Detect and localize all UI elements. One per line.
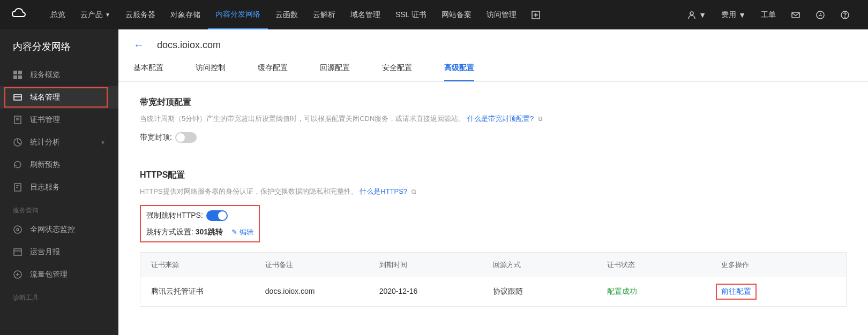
nav-beian[interactable]: 网站备案 [434, 0, 479, 29]
th-origin: 回源方式 [493, 260, 607, 270]
sidebar-item-overview[interactable]: 服务概览 [0, 64, 118, 86]
bandwidth-desc: 当统计周期（5分钟）产生的带宽超出所设置阈值时，可以根据配置关闭CDN服务，或请… [140, 113, 847, 125]
https-title: HTTPS配置 [140, 170, 847, 181]
nav-scf[interactable]: 云函数 [268, 0, 305, 29]
https-desc: HTTPS提供对网络服务器的身份认证，保护交换数据的隐私和完整性。 什么是HTT… [140, 186, 847, 197]
table-header: 证书来源 证书备注 到期时间 回源方式 证书状态 更多操作 [140, 253, 846, 277]
td-origin: 协议跟随 [493, 287, 607, 296]
bandwidth-title: 带宽封顶配置 [140, 97, 847, 108]
nav-cvm[interactable]: 云服务器 [118, 0, 163, 29]
sidebar-item-log[interactable]: 日志服务 [0, 176, 118, 199]
ticket-link[interactable]: 工单 [753, 10, 783, 20]
th-source: 证书来源 [151, 260, 265, 270]
sidebar-item-cert[interactable]: 证书管理 [0, 109, 118, 131]
nav-products[interactable]: 云产品▼ [73, 0, 118, 29]
content-area: ← docs.ioiox.com 基本配置 访问控制 缓存配置 回源配置 安全配… [118, 29, 868, 335]
bandwidth-toggle[interactable] [175, 132, 197, 143]
td-note: docs.ioiox.com [265, 287, 379, 296]
report-icon [13, 247, 23, 257]
force-https-toggle[interactable] [206, 210, 228, 221]
sidebar-item-refresh[interactable]: 刷新预热 [0, 154, 118, 176]
tab-advanced[interactable]: 高级配置 [444, 63, 474, 81]
sidebar-item-label: 日志服务 [30, 182, 60, 192]
cert-icon [13, 115, 23, 125]
tab-origin[interactable]: 回源配置 [320, 63, 350, 81]
goto-config-link[interactable]: 前往配置 [721, 287, 751, 295]
domain-icon [13, 93, 23, 102]
nav-cam[interactable]: 访问管理 [479, 0, 524, 29]
sidebar-item-label: 运营月报 [30, 247, 60, 257]
sidebar-item-label: 服务概览 [30, 70, 60, 80]
monitor-icon [13, 225, 23, 234]
chevron-down-icon: ▼ [699, 11, 706, 19]
sidebar-item-traffic[interactable]: 流量包管理 [0, 263, 118, 286]
sidebar-item-monitor[interactable]: 全网状态监控 [0, 218, 118, 241]
svg-rect-8 [13, 71, 17, 74]
sidebar-item-label: 全网状态监控 [30, 225, 75, 234]
notification-icon[interactable] [808, 10, 833, 20]
nav-overview[interactable]: 总览 [43, 0, 73, 29]
fees-menu[interactable]: 费用▼ [714, 10, 753, 20]
redirect-row: 跳转方式设置: 301跳转 ✎ 编辑 [146, 227, 253, 237]
sidebar-section-query: 服务查询 [0, 199, 118, 218]
chevron-down-icon: ▼ [100, 140, 106, 146]
external-link-icon: ⧉ [538, 114, 543, 124]
page-header: ← docs.ioiox.com [118, 29, 868, 51]
chevron-down-icon: ▼ [105, 12, 110, 18]
sidebar-item-label: 流量包管理 [30, 270, 68, 279]
external-link-icon: ⧉ [411, 187, 416, 197]
sidebar-item-domain[interactable]: 域名管理 [0, 86, 118, 109]
svg-point-21 [14, 226, 21, 233]
svg-point-3 [690, 12, 693, 15]
sidebar-item-report[interactable]: 运营月报 [0, 241, 118, 263]
sidebar-item-label: 统计分析 [30, 138, 60, 147]
nav-domain[interactable]: 域名管理 [343, 0, 388, 29]
svg-rect-12 [14, 95, 21, 100]
message-icon[interactable] [783, 10, 808, 20]
pencil-icon: ✎ [231, 228, 237, 236]
th-action: 更多操作 [721, 260, 835, 270]
bandwidth-section: 带宽封顶配置 当统计周期（5分钟）产生的带宽超出所设置阈值时，可以根据配置关闭C… [118, 82, 868, 155]
svg-rect-4 [792, 12, 799, 18]
sidebar: 内容分发网络 服务概览 域名管理 证书管理 统计分析 ▼ 刷新预热 日志服务 服… [0, 29, 118, 335]
bandwidth-toggle-row: 带宽封顶: [140, 132, 847, 143]
nav-dns[interactable]: 云解析 [305, 0, 343, 29]
tab-basic[interactable]: 基本配置 [133, 63, 163, 81]
svg-rect-23 [14, 249, 21, 255]
tab-cache[interactable]: 缓存配置 [258, 63, 288, 81]
bandwidth-help-link[interactable]: 什么是带宽封顶配置? [467, 115, 534, 123]
account-menu[interactable]: ▼ [679, 10, 714, 20]
svg-point-7 [845, 17, 845, 17]
stats-icon [13, 138, 23, 147]
force-https-row: 强制跳转HTTPS: [146, 210, 253, 221]
nav-ssl[interactable]: SSL 证书 [388, 0, 434, 29]
https-help-link[interactable]: 什么是HTTPS? [360, 187, 407, 195]
redirect-label: 跳转方式设置: 301跳转 [146, 227, 223, 237]
chevron-down-icon: ▼ [738, 11, 746, 19]
https-section: HTTPS配置 HTTPS提供对网络服务器的身份认证，保护交换数据的隐私和完整性… [118, 155, 868, 248]
edit-redirect-link[interactable]: ✎ 编辑 [231, 227, 253, 237]
sidebar-item-label: 证书管理 [30, 115, 60, 125]
add-shortcut-icon[interactable] [524, 11, 548, 19]
nav-cdn[interactable]: 内容分发网络 [208, 0, 268, 29]
sidebar-item-stats[interactable]: 统计分析 ▼ [0, 131, 118, 154]
th-expire: 到期时间 [379, 260, 493, 270]
bandwidth-toggle-label: 带宽封顶: [140, 133, 172, 142]
logo-icon[interactable] [11, 7, 27, 23]
cert-table: 证书来源 证书备注 到期时间 回源方式 证书状态 更多操作 腾讯云托管证书 do… [140, 252, 847, 307]
back-arrow-icon[interactable]: ← [133, 39, 144, 51]
config-tabs: 基本配置 访问控制 缓存配置 回源配置 安全配置 高级配置 [118, 51, 868, 82]
tab-access[interactable]: 访问控制 [196, 63, 226, 81]
refresh-icon [13, 160, 23, 170]
nav-cos[interactable]: 对象存储 [163, 0, 208, 29]
tab-security[interactable]: 安全配置 [382, 63, 412, 81]
th-status: 证书状态 [607, 260, 721, 270]
log-icon [13, 182, 23, 192]
dashboard-icon [13, 70, 23, 80]
svg-rect-11 [18, 75, 22, 79]
https-highlight-box: 强制跳转HTTPS: 跳转方式设置: 301跳转 ✎ 编辑 [140, 205, 260, 242]
help-icon[interactable] [833, 10, 857, 20]
td-source: 腾讯云托管证书 [151, 287, 265, 296]
sidebar-title: 内容分发网络 [0, 40, 118, 64]
svg-rect-10 [13, 75, 17, 79]
